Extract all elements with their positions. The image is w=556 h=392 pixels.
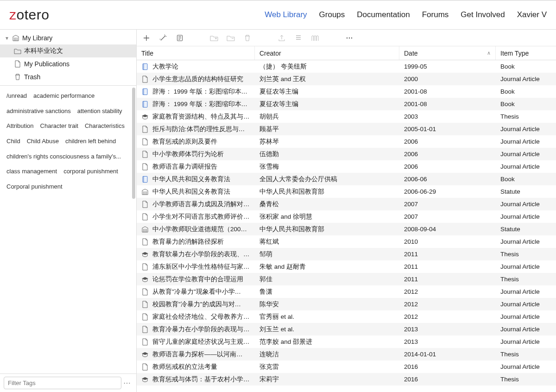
tag-filter-input[interactable] <box>4 377 121 389</box>
nav-web-library[interactable]: Web Library <box>265 10 307 19</box>
tree-label: My Library <box>22 34 52 42</box>
item-creator: （捷） 夸美纽斯 <box>255 63 399 71</box>
table-row[interactable]: 教育软暴力在小学阶段的表现、…邹萌2011Thesis <box>137 248 556 260</box>
item-type: Journal Article <box>496 338 556 345</box>
tag[interactable]: attention stability <box>77 106 122 117</box>
item-creator: 夏征农等主编 <box>255 88 399 96</box>
tag[interactable]: Character trait <box>40 120 78 132</box>
tag[interactable]: Attribution <box>6 120 34 132</box>
item-creator: 郭佳 <box>255 275 399 284</box>
logo[interactable]: zotero <box>9 7 49 23</box>
thesis-icon <box>141 276 149 283</box>
tags-panel: /unreadacademic performanceadministrativ… <box>0 85 136 373</box>
item-creator: 邹萌 <box>255 250 399 259</box>
table-row[interactable]: 大教学论（捷） 夸美纽斯1999-05Book <box>137 60 556 73</box>
doc-icon <box>141 151 149 158</box>
tree-item-本科毕业论文[interactable]: 本科毕业论文 <box>0 44 136 57</box>
tags-scrollbar[interactable] <box>132 88 135 199</box>
table-row[interactable]: 浦东新区中小学生性格特征与家…朱敏 and 赵耐青2011Journal Art… <box>137 260 556 273</box>
expand-arrow-icon[interactable]: ▼ <box>5 36 9 41</box>
item-date: 2010 <box>399 238 496 245</box>
item-creator: 鲁潇 <box>255 288 399 296</box>
item-type: Book <box>496 176 556 183</box>
table-row[interactable]: 从教育"冷暴力"现象看中小学…鲁潇2012Journal Article <box>137 285 556 298</box>
tag[interactable]: children left behind <box>65 136 116 147</box>
tag[interactable]: administrative sanctions <box>6 106 71 117</box>
item-type: Journal Article <box>496 213 556 220</box>
item-creator: 中华人民共和国教育部 <box>255 188 399 196</box>
tree-item-trash[interactable]: Trash <box>0 70 136 83</box>
nav-forums[interactable]: Forums <box>422 10 449 19</box>
tag[interactable]: children's rights consciousness a family… <box>6 151 121 163</box>
table-row[interactable]: 教育冷暴力在小学阶段的表现与…刘玉兰 et al.2013Journal Art… <box>137 323 556 335</box>
table-row[interactable]: 中华人民共和国义务教育法中华人民共和国教育部2006-06-29Statute <box>137 185 556 198</box>
item-date: 2013 <box>399 326 496 333</box>
table-row[interactable]: 论惩罚在学位教育中的合理运用郭佳2011Thesis <box>137 273 556 285</box>
table-row[interactable]: 教育惩戒的原则及要件苏林琴2006Journal Article <box>137 135 556 148</box>
doc-icon <box>14 60 21 68</box>
table-row[interactable]: 中华人民共和国义务教育法全国人大常委会办公厅供稿2006-06Book <box>137 173 556 185</box>
tag[interactable]: Child <box>6 136 20 147</box>
table-row[interactable]: 教育暴力的消解路径探析蒋红斌2010Journal Article <box>137 235 556 248</box>
tag[interactable]: corporal punishment <box>63 166 118 177</box>
tag[interactable]: class management <box>6 166 57 177</box>
table-row[interactable]: 中小学教师体罚行为论析伍德勤2006Journal Article <box>137 148 556 160</box>
table-row[interactable]: 小学生意志品质的结构特征研究刘兰英 and 王权2000Journal Arti… <box>137 73 556 85</box>
tag[interactable]: Characteristics <box>85 120 125 132</box>
item-creator: 蒋红斌 <box>255 238 399 246</box>
table-row[interactable]: 小学教师语言暴力成因及消解对…桑青松2007Journal Article <box>137 198 556 210</box>
item-date: 2012 <box>399 301 496 308</box>
nav-groups[interactable]: Groups <box>319 10 345 19</box>
table-row[interactable]: 家庭教育资源结构、特点及其与…胡朝兵2003Thesis <box>137 110 556 123</box>
item-type: Journal Article <box>496 263 556 270</box>
note-icon[interactable] <box>176 34 184 42</box>
table-row[interactable]: 中小学教师职业道德规范（200…中华人民共和国教育部2008-09-04Stat… <box>137 223 556 235</box>
collection-tree: ▼My Library本科毕业论文My PublicationsTrash <box>0 30 136 85</box>
item-title: 家庭社会经济地位、父母教养方… <box>152 313 250 321</box>
item-title: 教师语言暴力探析——以河南… <box>152 350 243 359</box>
tag[interactable]: /unread <box>6 90 27 102</box>
item-date: 2006-06 <box>399 176 496 183</box>
table-row[interactable]: 校园教育"冷暴力"的成因与对…陈华安2012Journal Article <box>137 298 556 310</box>
column-type[interactable]: Item Type <box>496 46 556 60</box>
doc-icon <box>141 76 149 83</box>
tag[interactable]: academic performance <box>33 90 95 102</box>
item-type: Book <box>496 88 556 95</box>
item-type: Thesis <box>496 376 556 383</box>
more-icon[interactable] <box>345 34 354 42</box>
library-icon <box>12 34 19 42</box>
table-row[interactable]: 留守儿童的家庭经济状况与主观…范李姣 and 邵景进2013Journal Ar… <box>137 335 556 348</box>
trash-icon <box>14 73 21 81</box>
tag[interactable]: Corporal punishment <box>6 181 63 193</box>
nav-get-involved[interactable]: Get Involved <box>461 10 505 19</box>
table-row[interactable]: 辞海： 1999 年版：彩图缩印本…夏征农等主编2001-08Book <box>137 98 556 110</box>
table-row[interactable]: 家庭社会经济地位、父母教养方…官秀丽 et al.2012Journal Art… <box>137 310 556 323</box>
table-row[interactable]: 辞海： 1999 年版：彩图缩印本…夏征农等主编2001-08Book <box>137 85 556 98</box>
table-row[interactable]: 教师语言暴力探析——以河南…连晓洁2014-01-01Thesis <box>137 348 556 360</box>
svg-point-2 <box>349 37 350 38</box>
tree-item-my-library[interactable]: ▼My Library <box>0 32 136 44</box>
items-table[interactable]: 大教学论（捷） 夸美纽斯1999-05Book小学生意志品质的结构特征研究刘兰英… <box>137 60 556 392</box>
wand-icon[interactable] <box>159 34 167 42</box>
tree-item-my-publications[interactable]: My Publications <box>0 57 136 70</box>
tag-filter-row: ⋯ <box>0 373 136 392</box>
nav-xavier-v[interactable]: Xavier V <box>517 10 547 19</box>
tag-filter-more-button[interactable]: ⋯ <box>121 379 133 387</box>
table-row[interactable]: 拒斥与防治:体罚的理性反思与…顾基平2005-01-01Journal Arti… <box>137 123 556 135</box>
column-title[interactable]: Title <box>137 46 255 60</box>
table-row[interactable]: 教师语言暴力调研报告张雪梅2006Journal Article <box>137 160 556 173</box>
column-creator[interactable]: Creator <box>255 46 399 60</box>
tag[interactable]: Child Abuse <box>27 136 59 147</box>
item-title: 小学生意志品质的结构特征研究 <box>152 75 243 83</box>
item-title: 校园教育"冷暴力"的成因与对… <box>152 300 241 309</box>
column-date[interactable]: Date∧ <box>399 46 496 60</box>
doc-icon <box>141 301 149 308</box>
item-title: 中小学教师职业道德规范（200… <box>152 225 247 234</box>
nav-documentation[interactable]: Documentation <box>357 10 410 19</box>
table-row[interactable]: 小学生对不同语言形式教师评价…张积家 and 徐明慧2007Journal Ar… <box>137 210 556 223</box>
add-item-icon[interactable] <box>142 34 151 42</box>
table-row[interactable]: 教育惩戒与体罚：基于农村小学…宋莉宇2016Thesis <box>137 373 556 386</box>
item-type: Journal Article <box>496 238 556 245</box>
item-type: Book <box>496 63 556 70</box>
table-row[interactable]: 教师惩戒权的立法考量张克雷2016Journal Article <box>137 360 556 373</box>
